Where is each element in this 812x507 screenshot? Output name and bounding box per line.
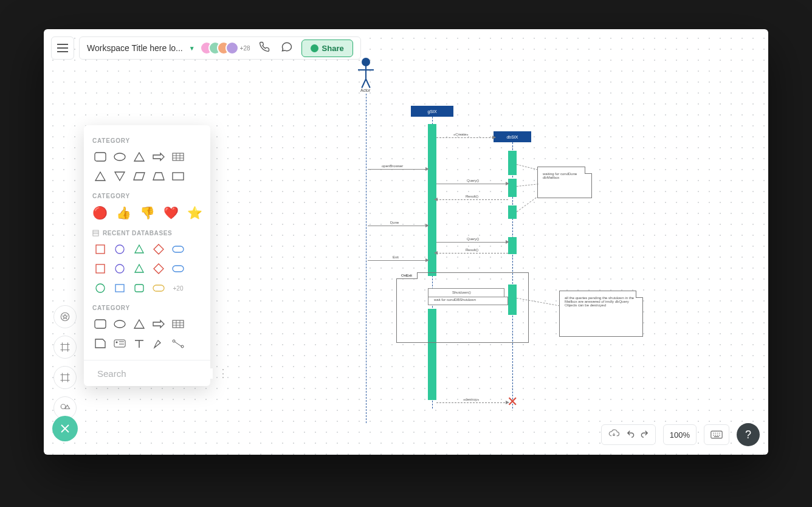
db-shape-green-roundrect[interactable] — [131, 281, 147, 295]
favorites-button[interactable] — [53, 305, 77, 328]
db-shape-red-diamond[interactable] — [151, 262, 167, 275]
shape-note[interactable] — [92, 337, 108, 350]
call-icon[interactable] — [259, 41, 270, 55]
svg-rect-10 — [96, 264, 105, 273]
frame-button-2[interactable] — [53, 366, 77, 389]
shape-triangle-up[interactable] — [92, 170, 108, 183]
panel-menu-icon[interactable]: ⋮ — [218, 367, 229, 380]
db-shape-purple-circle[interactable] — [112, 243, 128, 256]
stamp-thumbs-down[interactable]: 👎 — [140, 205, 155, 220]
share-label: Share — [322, 44, 344, 53]
frame-button[interactable] — [53, 336, 77, 359]
db-shape-more[interactable]: +20 — [170, 281, 186, 295]
svg-rect-19 — [173, 320, 184, 328]
db-shape-blue-rect[interactable] — [112, 281, 128, 295]
db-shape-green-triangle[interactable] — [131, 262, 147, 275]
shape-table[interactable] — [170, 150, 186, 164]
workspace-dropdown-icon[interactable]: ▼ — [189, 45, 195, 52]
shapes-search-input[interactable] — [97, 368, 213, 379]
shape-triangle[interactable] — [131, 150, 147, 164]
svg-rect-6 — [93, 230, 98, 236]
db-shape-yellow-pill[interactable] — [151, 281, 167, 295]
svg-rect-15 — [135, 285, 143, 292]
shape-arrow[interactable] — [151, 317, 167, 331]
svg-point-13 — [96, 284, 105, 292]
db-shape-blue-pill[interactable] — [170, 243, 186, 256]
collaborator-avatars[interactable]: +28 — [205, 41, 250, 55]
svg-point-1 — [61, 404, 66, 409]
svg-rect-12 — [173, 266, 184, 272]
db-shape-red-square[interactable] — [92, 243, 108, 256]
avatar[interactable] — [225, 41, 239, 55]
shape-parallelogram[interactable] — [131, 170, 147, 183]
stamp-red-dot[interactable]: 🔴 — [92, 205, 108, 220]
share-button[interactable]: Share — [301, 40, 353, 57]
shape-roundrect[interactable] — [92, 317, 108, 331]
undo-icon[interactable] — [626, 429, 635, 440]
lifeline-dbsix[interactable]: dbSIX — [494, 131, 531, 142]
category-label: CATEGORY — [92, 137, 202, 144]
shape-ellipse[interactable] — [112, 150, 128, 164]
avatar-overflow-count[interactable]: +28 — [240, 45, 250, 52]
svg-rect-2 — [95, 153, 106, 161]
svg-rect-9 — [173, 246, 184, 252]
shape-triangle-down[interactable] — [112, 170, 128, 183]
zoom-level[interactable]: 100% — [670, 430, 690, 440]
db-shape-purple-circle[interactable] — [112, 262, 128, 275]
stamp-thumbs-up[interactable]: 👍 — [116, 205, 131, 220]
svg-rect-20 — [114, 340, 125, 347]
workspace-title[interactable]: Workspace Title here lo... — [87, 43, 183, 53]
shape-triangle[interactable] — [131, 317, 147, 331]
recent-databases-label: RECENT DATABASES — [92, 230, 202, 236]
shape-rect2[interactable] — [170, 170, 186, 183]
actor-label: Actor — [360, 88, 370, 92]
stamp-heart[interactable]: ❤️ — [163, 205, 179, 220]
shape-table[interactable] — [170, 317, 186, 331]
fragment-onexit[interactable] — [396, 272, 529, 343]
shape-trapezoid[interactable] — [151, 170, 167, 183]
shape-pen[interactable] — [151, 337, 167, 350]
cloud-sync-icon[interactable] — [608, 429, 620, 440]
svg-rect-4 — [173, 153, 184, 160]
shape-ellipse[interactable] — [112, 317, 128, 331]
db-shape-green-triangle[interactable] — [131, 243, 147, 256]
category-label: CATEGORY — [92, 193, 202, 199]
svg-rect-17 — [95, 320, 106, 328]
shapes-panel: CATEGORY CATEGORY 🔴 👍 👎 ❤️ — [84, 125, 210, 386]
db-shape-red-square[interactable] — [92, 262, 108, 275]
svg-point-18 — [114, 320, 125, 328]
svg-rect-16 — [153, 285, 164, 291]
db-shape-red-diamond[interactable] — [151, 243, 167, 256]
svg-point-3 — [114, 153, 125, 160]
svg-rect-5 — [173, 173, 184, 180]
shape-card[interactable] — [112, 337, 128, 350]
redo-icon[interactable] — [641, 429, 649, 440]
chat-icon[interactable] — [281, 41, 293, 55]
svg-rect-25 — [711, 431, 722, 438]
help-button[interactable]: ? — [737, 423, 760, 446]
globe-icon — [311, 44, 318, 52]
keyboard-shortcuts-button[interactable] — [704, 424, 729, 445]
svg-rect-14 — [115, 285, 124, 292]
note-1[interactable]: waiting for condDone dbMailbox — [537, 167, 592, 198]
db-shape-green-circle[interactable] — [92, 281, 108, 295]
close-panel-button[interactable] — [52, 416, 78, 441]
svg-point-21 — [116, 342, 118, 343]
shape-text[interactable] — [131, 337, 147, 350]
menu-button[interactable] — [51, 36, 74, 60]
stamp-star[interactable]: ⭐ — [187, 205, 202, 220]
shape-connector[interactable] — [170, 337, 186, 350]
note-2[interactable]: all the queries pending the shutdown in … — [559, 291, 643, 337]
shape-rect[interactable] — [92, 150, 108, 164]
svg-point-8 — [115, 245, 124, 254]
category-label: CATEGORY — [92, 305, 202, 311]
svg-rect-7 — [96, 245, 105, 254]
svg-point-11 — [115, 264, 124, 273]
shape-arrow[interactable] — [151, 150, 167, 164]
lifeline-gsix[interactable]: gSIX — [411, 106, 453, 117]
db-shape-blue-pill[interactable] — [170, 262, 186, 275]
